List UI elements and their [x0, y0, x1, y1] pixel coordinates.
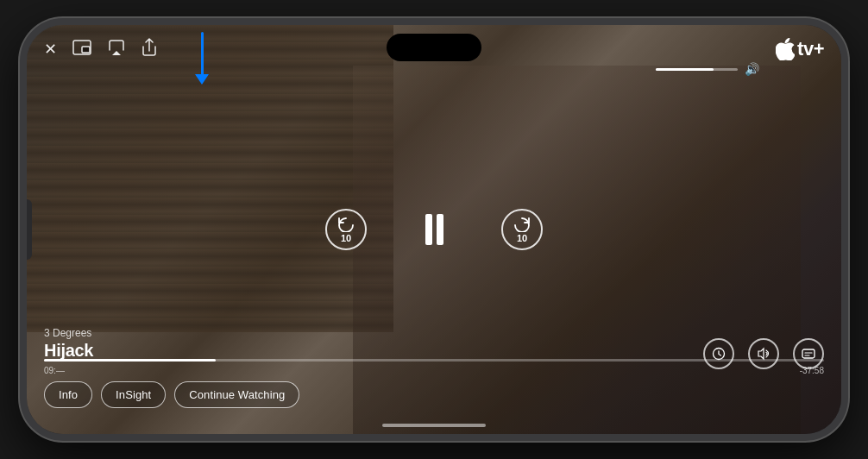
airplay-indicator-arrow	[195, 32, 209, 85]
forward-10-button[interactable]: 10	[501, 209, 543, 250]
appletv-logo: 🔊 tv+	[776, 38, 824, 60]
center-controls: 10 10	[325, 209, 543, 250]
volume-track	[656, 68, 738, 71]
volume-control: 🔊	[656, 62, 759, 76]
progress-track	[44, 359, 824, 362]
insight-button[interactable]: InSight	[101, 381, 166, 408]
bottom-buttons: Info InSight Continue Watching	[44, 381, 299, 408]
pause-bar-left	[425, 214, 432, 245]
show-subtitle: 3 Degrees	[44, 327, 93, 339]
dynamic-island	[387, 34, 481, 61]
svg-rect-3	[802, 349, 815, 358]
forward-label: 10	[517, 233, 527, 243]
airplay-button[interactable]	[107, 39, 126, 59]
info-button[interactable]: Info	[44, 381, 92, 408]
picture-in-picture-button[interactable]	[72, 40, 91, 58]
close-button[interactable]: ✕	[44, 41, 57, 57]
phone-frame: ✕	[20, 18, 848, 441]
apple-logo-icon	[776, 38, 795, 60]
arrow-head	[195, 74, 209, 85]
rewind-label: 10	[341, 233, 351, 243]
arrow-shaft	[201, 32, 204, 75]
camera-bump	[22, 199, 32, 260]
top-left-controls: ✕	[44, 38, 157, 60]
progress-container[interactable]: 09:— -37:58	[44, 359, 824, 375]
pause-bar-right	[437, 214, 443, 245]
rewind-arrow-icon	[337, 217, 355, 232]
forward-arrow-icon	[513, 217, 531, 232]
continue-watching-button[interactable]: Continue Watching	[174, 381, 299, 408]
time-current: 09:—	[44, 366, 65, 375]
show-info: 3 Degrees Hijack	[44, 327, 93, 361]
time-stamps: 09:— -37:58	[44, 366, 824, 375]
rewind-10-button[interactable]: 10	[325, 209, 367, 250]
volume-fill	[656, 68, 714, 71]
appletv-text-label: tv+	[797, 38, 824, 60]
svg-rect-1	[82, 47, 90, 53]
pause-button[interactable]	[418, 211, 450, 248]
progress-fill	[44, 359, 216, 362]
volume-icon: 🔊	[745, 62, 759, 76]
share-button[interactable]	[142, 38, 157, 60]
show-title: Hijack	[44, 341, 93, 361]
phone-container: ✕	[11, 9, 857, 450]
home-indicator	[382, 424, 486, 427]
appletv-brand: tv+	[776, 38, 824, 60]
time-remaining: -37:58	[800, 366, 824, 375]
